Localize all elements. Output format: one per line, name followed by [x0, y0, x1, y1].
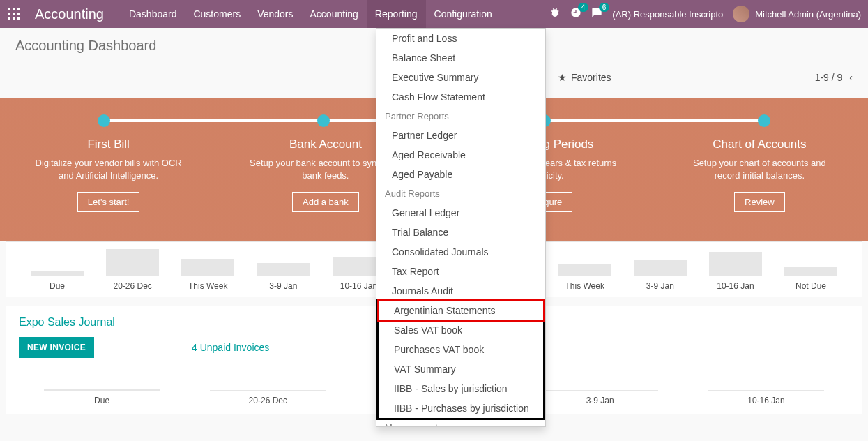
- dropdown-item[interactable]: Aged Receivable: [376, 145, 545, 165]
- chart-label: 10-16 Jan: [747, 391, 784, 410]
- chart-bar: [257, 263, 310, 276]
- chart-label: Due: [50, 276, 65, 297]
- chart-label: Not Due: [795, 276, 826, 297]
- dropdown-item[interactable]: IIBB - Sales by jurisdiction: [379, 379, 543, 398]
- user-name: Mitchell Admin (Argentina): [755, 9, 861, 20]
- dropdown-item[interactable]: Trial Balance: [376, 223, 545, 242]
- chart-label: 3-9 Jan: [269, 276, 297, 297]
- chart-label: 3-9 Jan: [586, 391, 614, 410]
- dropdown-item[interactable]: Tax Report: [376, 262, 545, 281]
- dropdown-header: Management: [376, 418, 545, 427]
- menu-reporting[interactable]: Reporting: [367, 0, 426, 28]
- chart-label: Due: [94, 391, 109, 410]
- svg-rect-7: [13, 17, 15, 20]
- dropdown-item[interactable]: Journals Audit: [376, 281, 545, 301]
- chart-column: 10-16 Jan: [683, 390, 849, 410]
- menu-configuration[interactable]: Configuration: [426, 0, 501, 28]
- chart-label: This Week: [565, 276, 604, 297]
- dropdown-item[interactable]: Sales VAT book: [379, 320, 543, 340]
- svg-rect-6: [8, 17, 10, 20]
- chart-label: This Week: [188, 276, 227, 297]
- highlighted-group: Argentinian StatementsSales VAT bookPurc…: [376, 299, 545, 420]
- menu-dashboard[interactable]: Dashboard: [121, 0, 185, 28]
- favorites-label[interactable]: Favorites: [571, 72, 611, 83]
- dropdown-item[interactable]: Argentinian Statements: [377, 299, 545, 322]
- svg-rect-4: [13, 13, 15, 15]
- star-icon[interactable]: ★: [558, 72, 567, 83]
- dropdown-item[interactable]: Consolidated Journals: [376, 242, 545, 262]
- chart-column: 20-26 Dec: [185, 390, 351, 410]
- dropdown-item[interactable]: VAT Summary: [379, 359, 543, 379]
- dropdown-item[interactable]: Aged Payable: [376, 165, 545, 184]
- chart-column: Not Due: [773, 267, 848, 297]
- dropdown-item[interactable]: Partner Ledger: [376, 126, 545, 145]
- chart-bar: [784, 267, 837, 276]
- dropdown-item[interactable]: IIBB - Purchases by jurisdiction: [379, 398, 543, 418]
- svg-rect-8: [17, 17, 20, 20]
- svg-rect-3: [8, 13, 10, 15]
- svg-rect-1: [13, 8, 15, 10]
- chart-column: 3-9 Jan: [623, 260, 698, 297]
- dropdown-header: Partner Reports: [376, 107, 545, 126]
- chart-column: 20-26 Dec: [95, 249, 170, 297]
- pager-text: 1-9 / 9: [815, 72, 843, 83]
- step-title: First Bill: [87, 137, 129, 151]
- chart-label: 20-26 Dec: [113, 276, 151, 297]
- chart-label: 3-9 Jan: [646, 276, 674, 297]
- step-title: Bank Account: [289, 137, 362, 151]
- chart-column: Due: [19, 389, 185, 410]
- unpaid-invoices-link[interactable]: 4 Unpaid Invoices: [192, 342, 269, 353]
- first-bill-button[interactable]: Let's start!: [77, 192, 140, 212]
- chart-label: 10-16 Jan: [340, 276, 377, 297]
- step-chart-of-accounts: Chart of Accounts Setup your chart of ac…: [651, 98, 868, 241]
- chart-bar: [181, 259, 234, 276]
- menu-vendors[interactable]: Vendors: [249, 0, 301, 28]
- step-desc: Digitalize your vendor bills with OCR an…: [32, 157, 185, 182]
- step-desc: Setup your chart of accounts and record …: [683, 157, 836, 182]
- pager-prev-icon[interactable]: ‹: [849, 72, 853, 83]
- systray: 4 6 (AR) Responsable Inscripto Mitchell …: [549, 6, 868, 22]
- new-invoice-button[interactable]: NEW INVOICE: [19, 337, 94, 358]
- review-button[interactable]: Review: [734, 192, 785, 212]
- brand[interactable]: Accounting: [28, 6, 121, 22]
- dropdown-item[interactable]: Purchases VAT book: [379, 340, 543, 359]
- dropdown-header: Audit Reports: [376, 184, 545, 203]
- chart-column: 3-9 Jan: [245, 263, 321, 297]
- chart-label: 10-16 Jan: [717, 276, 754, 297]
- chart-label: 20-26 Dec: [249, 391, 287, 410]
- dropdown-item[interactable]: Executive Summary: [376, 68, 545, 87]
- svg-rect-2: [17, 8, 20, 10]
- apps-icon[interactable]: [0, 8, 28, 20]
- chart-column: Due: [20, 271, 95, 297]
- chart-column: This Week: [547, 264, 623, 297]
- clock-badge: 4: [578, 3, 589, 12]
- chat-icon[interactable]: 6: [591, 7, 602, 21]
- svg-rect-5: [17, 13, 20, 15]
- chart-column: This Week: [170, 259, 245, 297]
- user-menu[interactable]: Mitchell Admin (Argentina): [733, 6, 861, 22]
- menu-customers[interactable]: Customers: [185, 0, 249, 28]
- chart-bar: [558, 264, 611, 276]
- dropdown-item[interactable]: Balance Sheet: [376, 48, 545, 68]
- avatar: [733, 6, 749, 22]
- clock-icon[interactable]: 4: [570, 7, 581, 21]
- main-menu: Dashboard Customers Vendors Accounting R…: [121, 0, 501, 28]
- add-bank-button[interactable]: Add a bank: [292, 192, 359, 212]
- navbar: Accounting Dashboard Customers Vendors A…: [0, 0, 868, 28]
- dropdown-item[interactable]: General Ledger: [376, 203, 545, 223]
- company-switcher[interactable]: (AR) Responsable Inscripto: [612, 9, 723, 20]
- chat-badge: 6: [599, 3, 610, 12]
- chart-bar: [634, 260, 687, 276]
- chart-bar: [106, 249, 159, 276]
- reporting-dropdown[interactable]: Profit and LossBalance SheetExecutive Su…: [376, 28, 546, 427]
- dropdown-item[interactable]: Cash Flow Statement: [376, 87, 545, 107]
- step-first-bill: First Bill Digitalize your vendor bills …: [0, 98, 217, 241]
- menu-accounting[interactable]: Accounting: [302, 0, 367, 28]
- step-title: Chart of Accounts: [713, 137, 806, 151]
- svg-rect-0: [8, 8, 10, 10]
- dropdown-item[interactable]: Profit and Loss: [376, 29, 545, 48]
- bug-icon[interactable]: [549, 7, 561, 21]
- chart-column: 10-16 Jan: [698, 252, 773, 297]
- chart-bar: [709, 252, 762, 276]
